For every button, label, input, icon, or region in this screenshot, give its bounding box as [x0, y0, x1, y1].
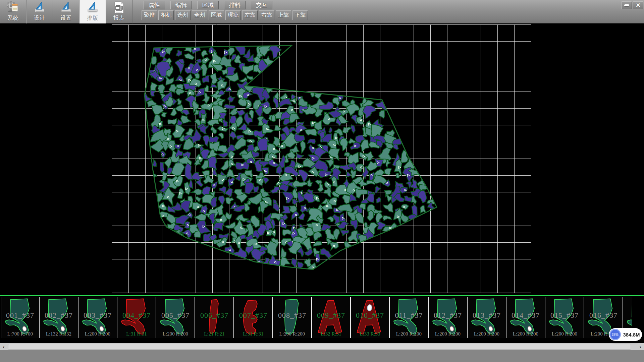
tool-button-3[interactable]: 选割	[175, 10, 191, 20]
pattern-lr-count: L:200 R:200	[156, 331, 195, 337]
pattern-lr-count: L:21 R:21	[195, 331, 233, 337]
pattern-id: 007_#37	[234, 311, 272, 320]
pattern-cell-001_#37[interactable]: 001_#37L:700 R:700	[1, 297, 40, 338]
pattern-cell-005_#37[interactable]: 005_#37L:200 R:200	[156, 297, 195, 338]
pattern-lr-count: L:200 R:200	[273, 331, 311, 337]
menu-tab-1[interactable]: 属性	[144, 1, 165, 9]
main-button-label: 报表	[113, 15, 125, 22]
pattern-cell-014_#37[interactable]: 014_#37L:200 R:200	[506, 297, 545, 338]
main-button-system[interactable]: 系统	[0, 0, 26, 23]
scrollbar-thumb[interactable]	[8, 344, 631, 350]
main-button-layout[interactable]: 排版	[79, 0, 106, 23]
pattern-cells: 001_#37L:700 R:700002_#37L:132 R:132003_…	[1, 297, 632, 338]
minimize-icon	[624, 4, 629, 6]
memory-badge[interactable]: 38% 384.8M	[609, 328, 642, 341]
pattern-cell-009_#37[interactable]: 009_#37L:32 R:31	[312, 297, 351, 338]
pattern-cell-003_#37[interactable]: 003_#37L:200 R:200	[78, 297, 117, 338]
scroll-right-arrow[interactable]: ›	[637, 343, 644, 350]
report-icon	[112, 1, 126, 14]
pattern-cell-010_#37[interactable]: 010_#37L:33 R:33	[351, 297, 390, 338]
pattern-cell-002_#37[interactable]: 002_#37L:132 R:132	[40, 297, 78, 338]
tool-button-6[interactable]: 瑕疵	[225, 10, 241, 20]
progress-circle: 38%	[609, 329, 621, 340]
pattern-id: 005_#37	[156, 311, 195, 320]
pattern-lr-count: L:32 R:31	[312, 331, 350, 337]
ribbon: 系统设计设置排版报表 属性编辑区域排料交互 聚排相机选割全割区域瑕疵左靠右靠上靠…	[0, 0, 644, 23]
minimize-button[interactable]	[622, 1, 632, 9]
tool-button-7[interactable]: 左靠	[242, 10, 258, 20]
pattern-cell-012_#37[interactable]: 012_#37L:200 R:200	[429, 297, 468, 338]
pattern-lr-count: L:31 R:31	[117, 331, 156, 337]
design-tool-icon	[33, 1, 46, 14]
tool-button-5[interactable]: 区域	[209, 10, 224, 20]
status-bar	[0, 350, 644, 362]
main-button-label: 设计	[34, 15, 45, 22]
tool-button-2[interactable]: 相机	[158, 10, 174, 20]
horizontal-scrollbar[interactable]: ‹ ›	[0, 343, 644, 350]
pattern-id: 003_#37	[78, 311, 117, 320]
tool-button-row: 聚排相机选割全割区域瑕疵左靠右靠上靠下靠	[142, 10, 309, 20]
memory-value: 384.8M	[621, 332, 642, 338]
pattern-id: 004_#37	[117, 311, 156, 320]
gear-notepad-icon	[6, 1, 20, 14]
pattern-id: 009_#37	[312, 311, 350, 320]
scroll-left-arrow[interactable]: ‹	[0, 343, 7, 350]
menu-tab-3[interactable]: 区域	[197, 1, 219, 9]
pattern-id: 008_#37	[273, 311, 311, 320]
design-tool-icon	[59, 1, 73, 14]
menu-tab-5[interactable]: 交互	[251, 1, 272, 9]
pattern-lr-count: L:31 R:31	[234, 331, 272, 337]
main-button-report[interactable]: 报表	[106, 0, 132, 23]
pattern-lr-count: L:132 R:132	[40, 331, 78, 337]
pattern-cell-006_#37[interactable]: 006_#37L:21 R:21	[195, 297, 234, 338]
pattern-lr-count: L:33 R:33	[351, 331, 389, 337]
menu-tab-4[interactable]: 排料	[224, 1, 246, 9]
pattern-cell-008_#37[interactable]: 008_#37L:200 R:200	[273, 297, 312, 338]
pattern-lr-count: L:200 R:200	[78, 331, 117, 337]
main-button-label: 系统	[7, 15, 19, 22]
pattern-id: 012_#37	[429, 311, 467, 320]
pattern-lr-count: L:200 R:200	[429, 331, 467, 337]
scrollbar-track[interactable]	[7, 343, 637, 350]
app-window: 系统设计设置排版报表 属性编辑区域排料交互 聚排相机选割全割区域瑕疵左靠右靠上靠…	[0, 0, 644, 362]
pattern-lr-count: L:200 R:200	[468, 331, 506, 337]
pattern-lr-count: L:700 R:700	[1, 331, 39, 337]
tool-button-10[interactable]: 下靠	[292, 10, 308, 20]
pattern-id: 006_#37	[195, 311, 233, 320]
close-button[interactable]: ×	[633, 1, 643, 9]
menu-tab-2[interactable]: 编辑	[170, 1, 192, 9]
pattern-lr-count: L:200 R:200	[390, 331, 428, 337]
close-icon: ×	[636, 2, 640, 9]
pattern-id: 001_#37	[1, 311, 39, 320]
pattern-id: 002_#37	[40, 311, 78, 320]
pattern-cell-011_#37[interactable]: 011_#37L:200 R:200	[390, 297, 429, 338]
window-controls: ×	[622, 1, 643, 9]
pattern-cell-004_#37[interactable]: 004_#37L:31 R:31	[117, 297, 156, 338]
main-mode-buttons: 系统设计设置排版报表	[0, 0, 132, 23]
pattern-strip: 001_#37L:700 R:700002_#37L:132 R:132003_…	[0, 295, 644, 340]
pattern-id: 015_#37	[545, 311, 584, 320]
pattern-lr-count: L:200 R:200	[545, 331, 584, 337]
pattern-id: 014_#37	[506, 311, 545, 320]
tool-button-1[interactable]: 聚排	[142, 10, 157, 20]
pattern-id: 016_#37	[584, 311, 623, 320]
pattern-id: 013_#37	[468, 311, 506, 320]
pattern-cell-013_#37[interactable]: 013_#37L:200 R:200	[468, 297, 506, 338]
main-button-settings[interactable]: 设置	[53, 0, 79, 23]
main-button-label: 排版	[87, 15, 98, 22]
menu-tab-row: 属性编辑区域排料交互	[144, 1, 278, 10]
design-tool-icon	[86, 1, 99, 14]
tool-button-9[interactable]: 上靠	[276, 10, 291, 20]
pattern-id: 011_#37	[390, 311, 428, 320]
main-button-label: 设置	[60, 15, 72, 22]
pattern-cell-007_#37[interactable]: 007_#37L:31 R:31	[234, 297, 273, 338]
pattern-id: 010_#37	[351, 311, 389, 320]
tool-button-8[interactable]: 右靠	[259, 10, 274, 20]
main-button-design[interactable]: 设计	[26, 0, 53, 23]
tool-button-4[interactable]: 全割	[192, 10, 207, 20]
pattern-cell-015_#37[interactable]: 015_#37L:200 R:200	[545, 297, 584, 338]
pattern-lr-count: L:200 R:200	[506, 331, 545, 337]
